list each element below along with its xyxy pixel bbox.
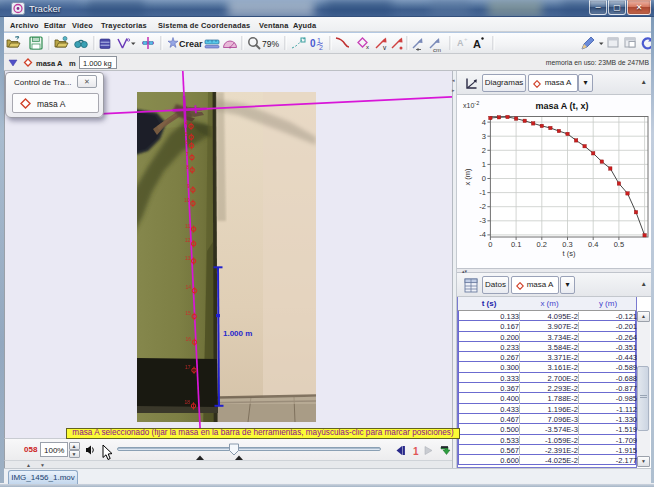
svg-text:-1: -1: [479, 188, 486, 197]
svg-text:masa A (t, x): masa A (t, x): [536, 101, 589, 111]
svg-text:1.000 m: 1.000 m: [223, 329, 252, 338]
svg-text:0: 0: [310, 38, 316, 49]
svg-text:13: 13: [185, 255, 191, 261]
svg-text:10: 10: [184, 197, 190, 203]
svg-text:12: 12: [185, 237, 191, 243]
svg-text:4: 4: [185, 120, 188, 126]
svg-text:-3: -3: [479, 216, 486, 225]
svg-text:0: 0: [482, 174, 486, 183]
svg-text:5: 5: [185, 131, 188, 137]
svg-text:6: 6: [185, 139, 188, 145]
svg-text:0.1: 0.1: [511, 240, 521, 249]
svg-text:A: A: [457, 38, 464, 48]
svg-text:4: 4: [482, 118, 486, 127]
svg-text:0.3: 0.3: [562, 240, 572, 249]
svg-text:A: A: [473, 38, 481, 50]
svg-text:0.2: 0.2: [537, 240, 547, 249]
svg-text:x (m): x (m): [463, 168, 472, 186]
svg-text:2: 2: [482, 146, 486, 155]
svg-text:8: 8: [186, 164, 189, 170]
svg-text:1: 1: [413, 446, 419, 457]
svg-text:2: 2: [319, 44, 323, 51]
svg-text:18: 18: [185, 399, 191, 405]
svg-text:-2: -2: [479, 202, 486, 211]
svg-text:15: 15: [185, 310, 191, 316]
svg-text:x10-2: x10-2: [463, 100, 479, 109]
svg-text:cm: cm: [433, 47, 441, 53]
svg-text:16: 16: [186, 336, 192, 342]
svg-text:x: x: [366, 44, 369, 50]
svg-text:9: 9: [187, 183, 190, 189]
svg-text:14: 14: [185, 284, 191, 290]
svg-text:7: 7: [186, 151, 189, 157]
svg-text:t (s): t (s): [563, 249, 576, 258]
svg-text:11: 11: [185, 223, 190, 229]
svg-text:79%: 79%: [262, 39, 279, 49]
svg-text:-4: -4: [479, 230, 486, 239]
svg-text:17: 17: [185, 364, 191, 370]
svg-text:+: +: [464, 36, 468, 42]
svg-text:3: 3: [482, 132, 486, 141]
svg-text:Crear: Crear: [179, 39, 203, 49]
svg-text:v: v: [383, 44, 387, 51]
svg-text:0.4: 0.4: [588, 240, 598, 249]
svg-text:1: 1: [317, 37, 321, 44]
svg-text:0.5: 0.5: [614, 240, 624, 249]
svg-text:1: 1: [482, 160, 486, 169]
svg-text:0: 0: [488, 240, 492, 249]
